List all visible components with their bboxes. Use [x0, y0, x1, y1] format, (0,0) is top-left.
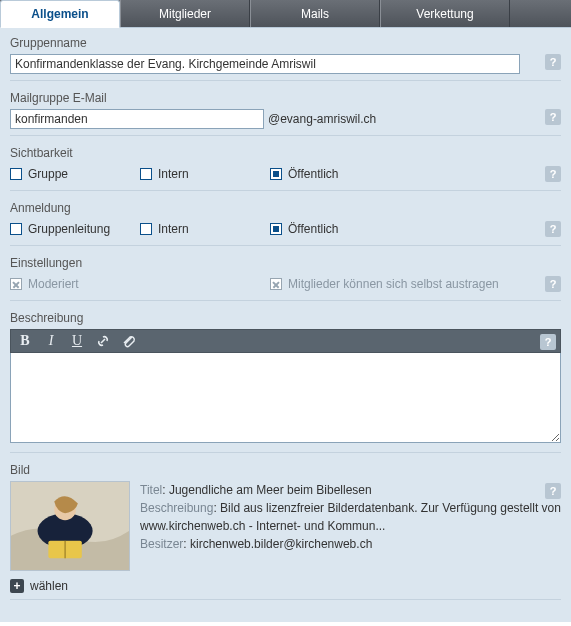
group-name-input[interactable] — [10, 54, 520, 74]
section-mail-group: Mailgruppe E-Mail @evang-amriswil.ch ? — [10, 91, 561, 136]
section-description: Beschreibung B I U ? — [10, 311, 561, 453]
registration-intern-checkbox[interactable] — [140, 223, 152, 235]
settings-moderated-checkbox — [10, 278, 22, 290]
section-visibility: Sichtbarkeit Gruppe Intern Öffentlich ? — [10, 146, 561, 191]
settings-selfremove-checkbox — [270, 278, 282, 290]
visibility-group-label[interactable]: Gruppe — [28, 167, 68, 181]
visibility-group-checkbox[interactable] — [10, 168, 22, 180]
section-registration: Anmeldung Gruppenleitung Intern Öffentli… — [10, 201, 561, 246]
panel-general: Gruppenname ? Mailgruppe E-Mail @evang-a… — [0, 28, 571, 622]
settings-label: Einstellungen — [10, 256, 561, 270]
help-icon[interactable]: ? — [545, 166, 561, 182]
image-meta: Titel: Jugendliche am Meer beim Bibelles… — [140, 481, 561, 571]
help-icon[interactable]: ? — [545, 276, 561, 292]
group-name-label: Gruppenname — [10, 36, 561, 50]
help-icon[interactable]: ? — [545, 221, 561, 237]
image-owner-key: Besitzer — [140, 537, 183, 551]
plus-icon: + — [10, 579, 24, 593]
settings-moderated-label: Moderiert — [28, 277, 79, 291]
rte-bold-button[interactable]: B — [17, 333, 33, 349]
visibility-label: Sichtbarkeit — [10, 146, 561, 160]
help-icon[interactable]: ? — [545, 483, 561, 499]
choose-image-button[interactable]: + wählen — [10, 579, 68, 593]
rte-attachment-button[interactable] — [121, 333, 137, 349]
tab-bar: Allgemein Mitglieder Mails Verkettung — [0, 0, 571, 28]
registration-intern-label[interactable]: Intern — [158, 222, 189, 236]
registration-public-checkbox[interactable] — [270, 223, 282, 235]
image-desc-key: Beschreibung — [140, 501, 213, 515]
tab-chain[interactable]: Verkettung — [380, 0, 510, 27]
mail-group-input[interactable] — [10, 109, 264, 129]
image-title-key: Titel — [140, 483, 162, 497]
choose-image-label: wählen — [30, 579, 68, 593]
image-title-val: Jugendliche am Meer beim Bibellesen — [169, 483, 372, 497]
tab-general[interactable]: Allgemein — [0, 0, 120, 28]
tab-mails[interactable]: Mails — [250, 0, 380, 27]
visibility-intern-label[interactable]: Intern — [158, 167, 189, 181]
help-icon[interactable]: ? — [540, 334, 556, 350]
section-group-name: Gruppenname ? — [10, 36, 561, 81]
help-icon[interactable]: ? — [545, 109, 561, 125]
rte-link-button[interactable] — [95, 333, 111, 349]
registration-public-label[interactable]: Öffentlich — [288, 222, 338, 236]
rte-underline-button[interactable]: U — [69, 333, 85, 349]
image-owner-val: kirchenweb.bilder@kirchenweb.ch — [190, 537, 372, 551]
tab-members[interactable]: Mitglieder — [120, 0, 250, 27]
mail-group-label: Mailgruppe E-Mail — [10, 91, 561, 105]
section-image: Bild Titel: Jugendliche am Meer beim Bib… — [10, 463, 561, 600]
registration-leadership-label[interactable]: Gruppenleitung — [28, 222, 110, 236]
image-thumbnail[interactable] — [10, 481, 130, 571]
settings-selfremove-label: Mitglieder können sich selbst austragen — [288, 277, 499, 291]
visibility-public-checkbox[interactable] — [270, 168, 282, 180]
registration-label: Anmeldung — [10, 201, 561, 215]
image-label: Bild — [10, 463, 561, 477]
description-textarea[interactable] — [10, 353, 561, 443]
visibility-public-label[interactable]: Öffentlich — [288, 167, 338, 181]
description-label: Beschreibung — [10, 311, 561, 325]
mail-group-suffix: @evang-amriswil.ch — [268, 112, 376, 126]
section-settings: Einstellungen Moderiert Mitglieder könne… — [10, 256, 561, 301]
rte-toolbar: B I U ? — [10, 329, 561, 353]
help-icon[interactable]: ? — [545, 54, 561, 70]
visibility-intern-checkbox[interactable] — [140, 168, 152, 180]
rte-italic-button[interactable]: I — [43, 333, 59, 349]
registration-leadership-checkbox[interactable] — [10, 223, 22, 235]
